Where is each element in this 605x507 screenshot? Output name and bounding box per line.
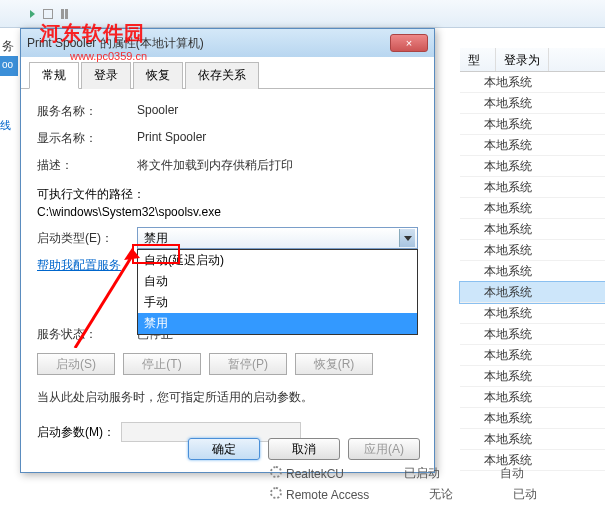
svc-type: 自动 [500,465,524,482]
tab-logon[interactable]: 登录 [81,62,131,89]
cancel-button[interactable]: 取消 [268,438,340,460]
startup-current-value: 禁用 [144,231,168,245]
list-item[interactable]: 本地系统 [460,240,605,261]
option-auto-delayed[interactable]: 自动(延迟启动) [138,250,417,271]
partial-bg-text: 务 [2,38,14,55]
list-item[interactable]: 本地系统 [460,219,605,240]
list-item[interactable]: 本地系统 [460,324,605,345]
description-label: 描述： [37,157,137,174]
svc-status: 已启动 [404,465,440,482]
display-name-label: 显示名称： [37,130,137,147]
list-item[interactable]: 本地系统 [460,345,605,366]
watermark-text: 河东软件园 [40,20,145,47]
partial-link: 线 [0,118,11,133]
pause-icon[interactable] [61,9,68,19]
list-item[interactable]: 本地系统 [460,93,605,114]
tab-general[interactable]: 常规 [29,62,79,89]
list-item[interactable]: 本地系统 [460,177,605,198]
list-item[interactable]: 本地系统 [460,135,605,156]
startup-params-label: 启动参数(M)： [37,424,115,441]
option-auto[interactable]: 自动 [138,271,417,292]
background-services: RealtekCU 已启动 自动 Remote Access 无论 已动 [270,463,537,505]
properties-dialog: Print Spooler 的属性(本地计算机) × 常规 登录 恢复 依存关系… [20,28,435,473]
apply-button: 应用(A) [348,438,420,460]
close-button[interactable]: × [390,34,428,52]
description-value: 将文件加载到内存供稍后打印 [137,157,418,174]
option-manual[interactable]: 手动 [138,292,417,313]
help-configure-link[interactable]: 帮助我配置服务 [37,257,121,274]
list-item[interactable]: 本地系统 [460,429,605,450]
startup-note: 当从此处启动服务时，您可指定所适用的启动参数。 [37,389,418,406]
list-item[interactable]: 本地系统 [460,261,605,282]
watermark-url: www.pc0359.cn [70,50,147,62]
exe-path-value: C:\windows\System32\spoolsv.exe [37,205,418,219]
list-item[interactable]: 本地系统 [460,408,605,429]
list-item[interactable]: 本地系统 [460,282,605,303]
stop-icon[interactable] [43,9,53,19]
start-button[interactable]: 启动(S) [37,353,115,375]
partial-tab: oo [0,56,18,76]
service-name-label: 服务名称： [37,103,137,120]
option-disabled[interactable]: 禁用 [138,313,417,334]
list-item[interactable]: 本地系统 [460,303,605,324]
display-name-value: Print Spooler [137,130,418,144]
list-item[interactable]: 本地系统 [460,156,605,177]
col-header-logon[interactable]: 登录为 [496,48,549,71]
svc-name: RealtekCU [286,467,344,481]
col-header-type[interactable]: 型 [460,48,496,71]
svc-name: Remote Access [286,488,369,502]
exe-path-label: 可执行文件的路径： [37,186,418,203]
list-item[interactable]: 本地系统 [460,198,605,219]
services-list-column: 型 登录为 本地系统本地系统本地系统本地系统本地系统本地系统本地系统本地系统本地… [460,48,605,471]
dialog-body: 服务名称： Spooler 显示名称： Print Spooler 描述： 将文… [21,89,434,456]
service-name-value: Spooler [137,103,418,117]
service-status-label: 服务状态： [37,326,137,343]
tab-recovery[interactable]: 恢复 [133,62,183,89]
gear-icon [270,487,282,499]
list-item[interactable]: 本地系统 [460,72,605,93]
stop-button: 停止(T) [123,353,201,375]
resume-button: 恢复(R) [295,353,373,375]
list-item[interactable]: 本地系统 [460,114,605,135]
chevron-down-icon[interactable] [399,229,415,247]
svc-type: 已动 [513,486,537,503]
play-icon[interactable] [30,10,35,18]
startup-type-label: 启动类型(E)： [37,230,137,247]
startup-type-dropdown[interactable]: 禁用 [137,227,418,249]
svc-status: 无论 [429,486,453,503]
ok-button[interactable]: 确定 [188,438,260,460]
pause-button: 暂停(P) [209,353,287,375]
list-item[interactable]: 本地系统 [460,387,605,408]
tab-dependencies[interactable]: 依存关系 [185,62,259,89]
startup-dropdown-list: 自动(延迟启动) 自动 手动 禁用 [137,249,418,335]
list-item[interactable]: 本地系统 [460,366,605,387]
gear-icon [270,466,282,478]
